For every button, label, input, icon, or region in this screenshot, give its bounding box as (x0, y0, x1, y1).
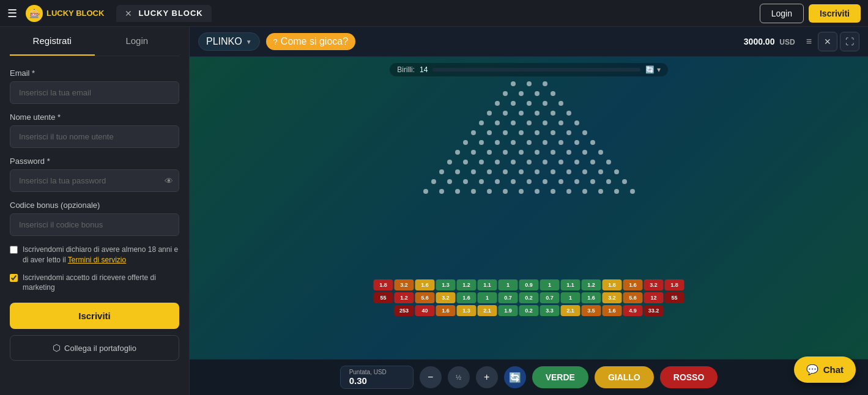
peg (582, 150, 587, 155)
peg (519, 130, 524, 135)
settings-icon[interactable]: ≡ (806, 36, 812, 47)
balance-value: 3000.00 (744, 37, 775, 46)
chevron-down-icon: ▼ (246, 39, 252, 45)
peg (447, 160, 452, 164)
game-selector[interactable]: PLINKO ▼ (198, 32, 260, 51)
multiplier-cell: 1.8 (374, 279, 393, 290)
peg (471, 130, 476, 135)
increase-button[interactable]: + (476, 366, 498, 388)
multiplier-cell: 1.6 (457, 292, 477, 303)
multiplier-cell: 1.2 (457, 279, 477, 290)
multiplier-cell: 1 (561, 292, 581, 303)
rosso-button[interactable]: ROSSO (660, 366, 718, 388)
terms-checkbox[interactable] (10, 246, 18, 254)
menu-icon[interactable]: ☰ (7, 7, 17, 20)
plinko-canvas: Birilli: 14 🔄 ▾ 1.83.21.61.31.21.110.911… (190, 57, 868, 359)
peg (519, 169, 524, 174)
peg (463, 140, 468, 145)
wallet-button[interactable]: ⬡ Collega il portafoglio (10, 335, 179, 361)
header: ☰ 🎰 LUCKY BLOCK ✕ LUCKY BLOCK Login Iscr… (0, 0, 868, 27)
login-button[interactable]: Login (760, 4, 804, 23)
submit-button[interactable]: Iscriviti (10, 303, 179, 329)
multiplier-cell: 1.3 (436, 279, 456, 290)
half-button[interactable]: ½ (448, 366, 470, 388)
peg-grid (418, 81, 640, 199)
tab-register[interactable]: Registrati (10, 27, 95, 56)
auto-button[interactable]: 🔄 (504, 366, 526, 388)
password-input[interactable] (10, 169, 179, 192)
peg (463, 179, 468, 184)
terms-link[interactable]: Termini di servizio (68, 256, 126, 264)
peg (471, 189, 476, 194)
auth-tabs: Registrati Login (10, 27, 179, 56)
bonus-field: Codice bonus (opzionale) (10, 201, 179, 236)
help-button[interactable]: ? Come si gioca? (266, 33, 356, 50)
marketing-checkbox[interactable] (10, 274, 18, 282)
peg (543, 101, 547, 106)
multiplier-cell: 0.7 (540, 292, 560, 303)
eye-icon[interactable]: 👁 (165, 176, 173, 186)
peg (495, 101, 500, 106)
chat-button[interactable]: 💬 Chat (794, 356, 856, 383)
peg (590, 179, 595, 184)
close-overlay-button[interactable]: ✕ (818, 32, 837, 51)
multiplier-cell: 0.9 (519, 279, 539, 290)
username-field: Nome utente * (10, 113, 179, 148)
peg (495, 160, 500, 164)
peg (439, 189, 444, 194)
multiplier-cell: 1.6 (415, 279, 435, 290)
multiplier-cell: 1.1 (478, 279, 497, 290)
balance-currency: USD (779, 38, 795, 46)
chat-icon: 💬 (806, 364, 818, 375)
peg (527, 101, 532, 106)
peg (558, 120, 563, 125)
tab-login[interactable]: Login (95, 27, 180, 56)
bonus-input[interactable] (10, 213, 179, 236)
peg (431, 179, 436, 184)
peg (519, 150, 524, 155)
multiplier-cell: 3.3 (540, 305, 560, 316)
peg (503, 111, 508, 116)
multiplier-cell: 1.9 (499, 305, 518, 316)
logo: 🎰 LUCKY BLOCK (26, 5, 104, 22)
tab-close-icon[interactable]: ✕ (125, 9, 132, 18)
giallo-button[interactable]: GIALLO (595, 366, 654, 388)
multiplier-cell: 1.6 (436, 305, 456, 316)
peg (471, 169, 476, 174)
peg (503, 91, 508, 96)
peg (527, 179, 532, 184)
peg (630, 189, 635, 194)
peg (527, 160, 532, 164)
chat-label: Chat (823, 364, 844, 375)
peg-row (450, 150, 609, 155)
peg (566, 111, 571, 116)
username-input[interactable] (10, 125, 179, 148)
multiplier-cell: 40 (415, 305, 435, 316)
verde-button[interactable]: VERDE (532, 366, 588, 388)
email-input[interactable] (10, 81, 179, 104)
decrease-button[interactable]: − (420, 366, 442, 388)
expand-overlay-button[interactable]: ⛶ (840, 32, 859, 51)
peg (527, 120, 532, 125)
multiplier-cell: 12 (644, 292, 664, 303)
multiplier-row: 253401.61.32.11.90.23.32.13.51.64.933.2 (395, 305, 664, 316)
multiplier-row: 1.83.21.61.31.21.110.911.11.21.81.63.21.… (374, 279, 684, 290)
peg (574, 140, 579, 145)
multiplier-cell: 1 (540, 279, 560, 290)
multiplier-cell: 1.6 (582, 292, 601, 303)
game-controls: Puntata, USD 0.30 − ½ + 🔄 VERDE GIALLO R… (190, 359, 868, 395)
marketing-checkbox-row: Iscrivendomi accetto di ricevere offerte… (10, 273, 179, 293)
terms-checkbox-row: Iscrivendomi dichiaro di avere almeno 18… (10, 245, 179, 265)
peg (503, 189, 508, 194)
peg (551, 130, 555, 135)
multiplier-cell: 55 (665, 292, 684, 303)
birilli-bar: Birilli: 14 🔄 ▾ (390, 63, 667, 76)
multiplier-cell: 253 (395, 305, 414, 316)
register-button[interactable]: Iscriviti (809, 4, 861, 23)
peg (598, 169, 603, 174)
multiplier-cell: 3.5 (582, 305, 601, 316)
multiplier-cell: 2.1 (561, 305, 581, 316)
peg (574, 160, 579, 164)
multiplier-cell: 1.1 (561, 279, 581, 290)
bonus-label: Codice bonus (opzionale) (10, 201, 179, 210)
